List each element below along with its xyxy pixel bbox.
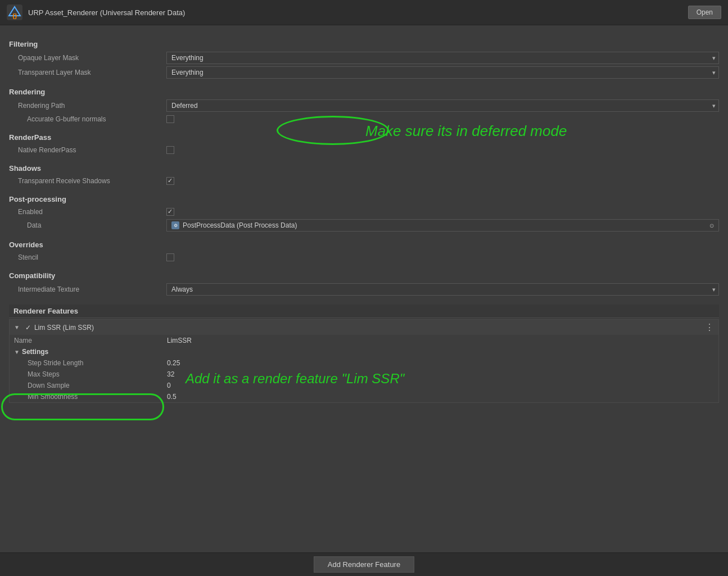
transparent-layer-mask-dropdown-wrapper[interactable]: Everything Nothing Default (166, 66, 719, 79)
pp-data-row: Data ⚙ PostProcessData (Post Process Dat… (9, 218, 719, 233)
svg-text:{}: {} (12, 12, 17, 19)
renderer-features-header: Renderer Features (9, 305, 719, 318)
lim-ssr-feature-item: ▼ ✓ Lim SSR (Lim SSR) ⋮ Name LimSSR ▼ Se… (9, 319, 719, 403)
pp-data-text: ⚙ PostProcessData (Post Process Data) (171, 221, 297, 229)
transparent-layer-mask-dropdown[interactable]: Everything Nothing Default (166, 66, 719, 79)
down-sample-label: Down Sample (14, 382, 167, 389)
opaque-layer-mask-row: Opaque Layer Mask Everything Nothing Def… (9, 51, 719, 65)
stencil-label: Stencil (9, 253, 166, 261)
pp-enabled-row: Enabled (9, 206, 719, 218)
step-stride-length-label: Step Stride Length (14, 359, 167, 367)
bottom-bar: Add Renderer Feature (0, 552, 728, 576)
transparent-layer-mask-value: Everything Nothing Default (166, 66, 719, 79)
intermediate-texture-value: Always Auto (166, 283, 719, 296)
min-smoothness-label: Min Smoothness (14, 393, 167, 401)
feature-item-menu-icon[interactable]: ⋮ (705, 322, 714, 333)
stencil-value (166, 253, 719, 261)
gbuffer-normals-row: Accurate G-buffer normals (9, 113, 719, 125)
lim-ssr-feature-title: ▼ ✓ Lim SSR (Lim SSR) (14, 324, 94, 332)
add-renderer-feature-button[interactable]: Add Renderer Feature (314, 556, 414, 573)
rendering-path-dropdown[interactable]: Forward Deferred (166, 99, 719, 112)
lim-ssr-feature-header: ▼ ✓ Lim SSR (Lim SSR) ⋮ (10, 320, 718, 335)
lim-ssr-feature-name: Lim SSR (Lim SSR) (34, 324, 94, 332)
title-bar: {} URP Asset_Renderer (Universal Rendere… (0, 0, 728, 25)
lim-ssr-checkmark: ✓ (25, 324, 31, 332)
transparent-shadows-row: Transparent Receive Shadows (9, 175, 719, 187)
gbuffer-normals-label: Accurate G-buffer normals (9, 115, 166, 123)
rendering-path-label: Rendering Path (9, 102, 166, 110)
transparent-shadows-value (166, 177, 719, 185)
pp-enabled-checkbox[interactable] (166, 208, 174, 216)
down-sample-row: Down Sample 0 (10, 380, 718, 391)
filtering-section-header: Filtering (9, 40, 719, 48)
min-smoothness-value: 0.5 (167, 393, 177, 401)
collapse-arrow-icon[interactable]: ▼ (14, 324, 20, 330)
lim-ssr-name-row: Name LimSSR (10, 335, 718, 346)
pp-data-value: ⚙ PostProcessData (Post Process Data) ⊙ (166, 219, 719, 232)
lim-ssr-name-label: Name (14, 337, 167, 344)
settings-collapse-arrow[interactable]: ▼ (14, 349, 20, 355)
max-steps-label: Max Steps (14, 370, 167, 378)
title-bar-left: {} URP Asset_Renderer (Universal Rendere… (7, 4, 185, 20)
native-renderpass-value (166, 146, 719, 154)
intermediate-texture-dropdown[interactable]: Always Auto (166, 283, 719, 296)
compatibility-section-header: Compatibility (9, 271, 719, 280)
pp-enabled-value (166, 208, 719, 216)
renderpass-section-header: RenderPass (9, 133, 719, 142)
native-renderpass-row: Native RenderPass (9, 144, 719, 156)
open-button[interactable]: Open (688, 6, 721, 19)
pp-data-field[interactable]: ⚙ PostProcessData (Post Process Data) ⊙ (166, 219, 719, 232)
opaque-layer-mask-label: Opaque Layer Mask (9, 54, 166, 62)
postprocessing-section-header: Post-processing (9, 195, 719, 203)
gbuffer-normals-checkbox[interactable] (166, 115, 174, 123)
lim-ssr-name-value: LimSSR (167, 337, 192, 344)
down-sample-value: 0 (167, 382, 171, 389)
intermediate-texture-row: Intermediate Texture Always Auto (9, 282, 719, 297)
pp-data-value-text: PostProcessData (Post Process Data) (183, 221, 297, 229)
native-renderpass-checkbox[interactable] (166, 146, 174, 154)
stencil-row: Stencil (9, 251, 719, 264)
max-steps-value: 32 (167, 370, 174, 378)
overrides-section-header: Overrides (9, 241, 719, 249)
opaque-layer-mask-dropdown-wrapper[interactable]: Everything Nothing Default (166, 52, 719, 64)
step-stride-length-row: Step Stride Length 0.25 (10, 357, 718, 369)
window-title: URP Asset_Renderer (Universal Renderer D… (28, 8, 185, 17)
intermediate-texture-dropdown-wrapper[interactable]: Always Auto (166, 283, 719, 296)
opaque-layer-mask-value: Everything Nothing Default (166, 52, 719, 64)
settings-label: Settings (22, 348, 175, 356)
pp-enabled-label: Enabled (9, 208, 166, 216)
pp-data-circle-icon: ⊙ (709, 223, 714, 229)
transparent-layer-mask-row: Transparent Layer Mask Everything Nothin… (9, 65, 719, 80)
transparent-shadows-checkbox[interactable] (166, 177, 174, 185)
native-renderpass-label: Native RenderPass (9, 146, 166, 154)
min-smoothness-row: Min Smoothness 0.5 (10, 391, 718, 402)
max-steps-row: Max Steps 32 (10, 369, 718, 380)
opaque-layer-mask-dropdown[interactable]: Everything Nothing Default (166, 52, 719, 64)
pp-data-label: Data (9, 221, 166, 229)
settings-section: ▼ Settings (10, 346, 718, 357)
rendering-path-dropdown-wrapper[interactable]: Forward Deferred (166, 99, 719, 112)
pp-data-icon: ⚙ (171, 221, 179, 229)
transparent-layer-mask-label: Transparent Layer Mask (9, 69, 166, 76)
renderer-features-label: Renderer Features (13, 307, 78, 315)
intermediate-texture-label: Intermediate Texture (9, 285, 166, 293)
rendering-path-row: Rendering Path Forward Deferred (9, 98, 719, 113)
main-content: Filtering Opaque Layer Mask Everything N… (0, 25, 728, 552)
rendering-section-header: Rendering (9, 88, 719, 96)
step-stride-length-value: 0.25 (167, 359, 180, 367)
stencil-checkbox[interactable] (166, 253, 174, 261)
transparent-shadows-label: Transparent Receive Shadows (9, 177, 166, 185)
unity-icon: {} (7, 4, 22, 20)
shadows-section-header: Shadows (9, 164, 719, 173)
rendering-path-value: Forward Deferred (166, 99, 719, 112)
gbuffer-normals-value (166, 115, 719, 123)
